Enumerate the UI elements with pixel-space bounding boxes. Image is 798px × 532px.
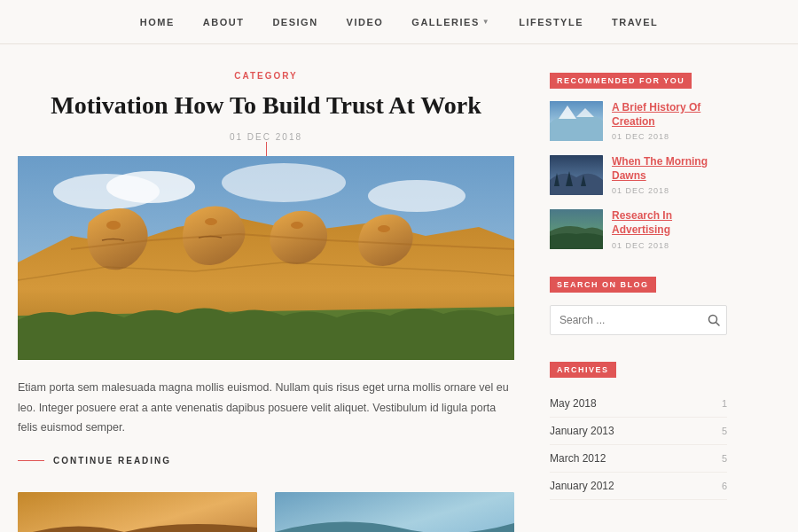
recommended-item-2[interactable]: When The Morning Dawns 01 Dec 2018: [550, 155, 727, 195]
recommended-section: Recommended For You: [550, 71, 727, 250]
thumbnail-2[interactable]: [275, 492, 514, 532]
rec-date-2: 01 Dec 2018: [612, 186, 727, 195]
article-image-container: [18, 156, 514, 360]
search-icon: [708, 314, 720, 326]
archive-item-3[interactable]: March 2012 5: [550, 445, 727, 473]
svg-point-6: [205, 218, 217, 225]
rec-info-1: A Brief History Of Creation 01 Dec 2018: [612, 101, 727, 141]
recommended-item-3[interactable]: Research In Advertising 01 Dec 2018: [550, 209, 727, 249]
svg-point-7: [291, 222, 303, 229]
nav-about[interactable]: About: [203, 17, 245, 27]
archive-item-1[interactable]: May 2018 1: [550, 390, 727, 418]
sidebar: Recommended For You: [550, 71, 727, 532]
search-container: [550, 305, 727, 335]
chevron-down-icon: ▼: [482, 18, 490, 26]
main-nav: Home About Design Video Galleries ▼ Life…: [0, 0, 798, 44]
article-date: 01 Dec 2018: [18, 132, 514, 142]
rec-info-3: Research In Advertising 01 Dec 2018: [612, 209, 727, 249]
svg-point-8: [378, 225, 390, 232]
continue-reading-line: [18, 460, 44, 462]
archive-count-2: 5: [722, 426, 727, 436]
archive-month-2: January 2013: [550, 425, 614, 437]
rec-thumb-1: [550, 101, 603, 141]
rec-thumb-3: [550, 209, 603, 249]
main-content: Category Motivation How To Build Trust A…: [18, 71, 514, 532]
rec-date-1: 01 Dec 2018: [612, 132, 727, 141]
svg-point-4: [368, 180, 466, 212]
continue-reading-button[interactable]: Continue Reading: [18, 456, 514, 466]
recommended-item-1[interactable]: A Brief History Of Creation 01 Dec 2018: [550, 101, 727, 141]
continue-reading-label: Continue Reading: [53, 456, 171, 466]
svg-point-2: [106, 171, 195, 203]
search-title: Search On Blog: [550, 277, 656, 293]
nav-travel[interactable]: Travel: [612, 17, 658, 27]
rec-title-2[interactable]: When The Morning Dawns: [612, 155, 727, 183]
rec-date-3: 01 Dec 2018: [612, 241, 727, 250]
article-thumbnails: [18, 492, 514, 532]
archive-item-4[interactable]: January 2012 6: [550, 473, 727, 500]
search-section: Search On Blog: [550, 275, 727, 335]
article-title: Motivation How To Build Trust At Work: [18, 90, 514, 121]
nav-video[interactable]: Video: [347, 17, 384, 27]
archive-count-1: 1: [722, 398, 727, 409]
svg-point-3: [222, 163, 346, 202]
recommended-title: Recommended For You: [550, 73, 692, 89]
article-excerpt: Etiam porta sem malesuada magna mollis e…: [18, 378, 514, 438]
page-container: Category Motivation How To Build Trust A…: [0, 44, 798, 532]
article-category: Category: [18, 71, 514, 81]
rec-title-3[interactable]: Research In Advertising: [612, 209, 727, 237]
search-input[interactable]: [551, 314, 701, 326]
article-main-image: [18, 156, 514, 360]
rec-title-1[interactable]: A Brief History Of Creation: [612, 101, 727, 129]
svg-line-15: [716, 322, 720, 325]
svg-point-5: [106, 221, 121, 230]
search-button[interactable]: [701, 305, 726, 335]
nav-galleries[interactable]: Galleries ▼: [411, 17, 490, 27]
rec-info-2: When The Morning Dawns 01 Dec 2018: [612, 155, 727, 195]
archive-item-2[interactable]: January 2013 5: [550, 418, 727, 445]
archive-month-3: March 2012: [550, 452, 606, 465]
nav-design[interactable]: Design: [272, 17, 317, 27]
thumbnail-1[interactable]: [18, 492, 257, 532]
archives-title: Archives: [550, 362, 616, 378]
archives-section: Archives May 2018 1 January 2013 5 March…: [550, 360, 727, 500]
archive-count-4: 6: [722, 481, 727, 491]
nav-home[interactable]: Home: [140, 17, 175, 27]
archive-count-3: 5: [722, 453, 727, 464]
nav-lifestyle[interactable]: Lifestyle: [519, 17, 583, 27]
archive-month-1: May 2018: [550, 397, 597, 410]
rec-thumb-2: [550, 155, 603, 195]
archive-month-4: January 2012: [550, 480, 614, 492]
